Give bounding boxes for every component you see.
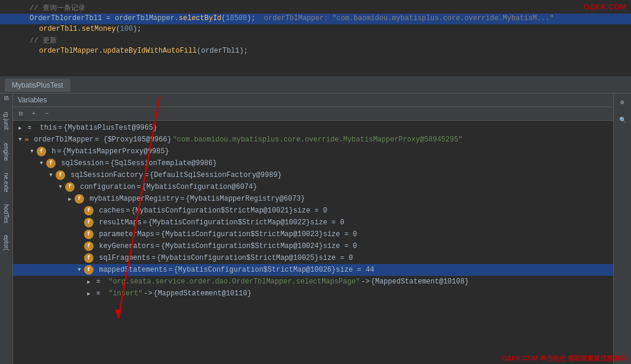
tree-row-configuration[interactable]: ▼ f configuration = {MybatisConfiguratio… bbox=[13, 181, 613, 193]
tree-row-mybatismapperregistry[interactable]: ▶ f mybatisMapperRegistry = {MybatisMapp… bbox=[13, 193, 613, 205]
code-token: (orderTbl1); bbox=[197, 47, 247, 55]
inspect-icon[interactable]: 🔍 bbox=[616, 114, 629, 127]
tree-row-resultmaps[interactable]: f resultMaps = {MybatisConfiguration$Str… bbox=[13, 217, 613, 228]
var-equals: = bbox=[168, 266, 172, 274]
add-watch-btn[interactable]: + bbox=[28, 108, 39, 119]
var-icon-f: f bbox=[65, 182, 75, 192]
var-name: orderTblMapper bbox=[30, 136, 94, 144]
var-equals: = bbox=[152, 254, 156, 262]
code-line-2[interactable]: OrderTbl orderTbl1 = orderTblMapper. sel… bbox=[0, 14, 631, 24]
code-line-3: orderTbl1. setMoney ( 100 ); bbox=[0, 24, 631, 35]
tree-row-caches[interactable]: f caches = {MybatisConfiguration$StrictM… bbox=[13, 205, 613, 217]
var-icon-f: f bbox=[37, 147, 46, 156]
tab-bar: MybatisPlusTest bbox=[0, 77, 631, 94]
tree-area[interactable]: ▶ = this = {MybatisPlusTest@9965} ▼ ∞ or… bbox=[13, 121, 613, 364]
expand-arrow[interactable]: ▼ bbox=[37, 159, 46, 168]
var-icon-f: f bbox=[56, 170, 65, 180]
var-name: h bbox=[47, 147, 56, 156]
code-token: ( bbox=[116, 25, 120, 33]
var-value: {DefaultSqlSessionFactory@9989} bbox=[150, 171, 282, 179]
var-name: "org.seata.service.order.dao.OrderTblMap… bbox=[104, 278, 360, 286]
tree-row-keygenerators[interactable]: f keyGenerators = {MybatisConfiguration$… bbox=[13, 240, 613, 252]
var-value: {MappedStatement@10108} bbox=[371, 278, 469, 286]
code-token: updateByIdWithAutoFill bbox=[103, 47, 197, 55]
var-icon-eq: = bbox=[94, 277, 103, 286]
expand-arrow[interactable]: ▶ bbox=[84, 277, 94, 286]
var-equals: = {$Proxy105@9966} bbox=[95, 136, 172, 144]
no-expand bbox=[75, 206, 84, 215]
expand-arrow[interactable]: ▶ bbox=[15, 123, 25, 133]
var-value: {MybatisConfiguration@6074} bbox=[142, 183, 257, 191]
code-token: orderTbl1. bbox=[39, 25, 82, 33]
tree-row-mappedstatements[interactable]: ▼ f mappedStatements = {MybatisConfigura… bbox=[13, 264, 613, 276]
var-size: size = 44 bbox=[336, 266, 374, 274]
var-icon-f: f bbox=[84, 206, 94, 215]
tree-row-ordertblmapper[interactable]: ▼ ∞ orderTblMapper = {$Proxy105@9966} "c… bbox=[13, 134, 613, 146]
tree-row-this[interactable]: ▶ = this = {MybatisPlusTest@9965} bbox=[13, 122, 613, 134]
var-value: {MybatisConfiguration$StrictMap@10022} bbox=[148, 218, 310, 227]
side-label-1: til bbox=[3, 96, 9, 100]
side-label-6: eptor( bbox=[3, 235, 9, 250]
expand-arrow[interactable]: ▶ bbox=[65, 194, 75, 204]
var-name: mybatisMapperRegistry bbox=[85, 195, 179, 203]
settings-icon[interactable]: ⚙ bbox=[616, 96, 629, 109]
var-equals: = bbox=[137, 183, 141, 191]
var-size: size = 0 bbox=[293, 207, 327, 215]
right-sidebar: ⚙ 🔍 bbox=[613, 94, 631, 364]
code-line-4: // 更新 bbox=[0, 35, 631, 46]
code-token: 18508 bbox=[226, 14, 247, 22]
var-size: size = 0 bbox=[318, 254, 353, 262]
var-value: {MybatisConfiguration$StrictMap@10026} bbox=[174, 266, 336, 274]
var-name: configuration bbox=[76, 183, 136, 191]
var-name: caches bbox=[95, 207, 124, 215]
var-icon-oo: ∞ bbox=[25, 137, 28, 143]
tree-row-sqlsession[interactable]: ▼ f sqlSession = {SqlSessionTemplate@998… bbox=[13, 157, 613, 169]
var-equals: -> bbox=[361, 278, 369, 286]
var-icon-f: f bbox=[84, 241, 94, 251]
tree-row-h[interactable]: ▼ f h = {MybatisMapperProxy@9985} bbox=[13, 146, 613, 157]
expand-arrow[interactable]: ▼ bbox=[46, 170, 56, 180]
tree-row-sqlfragments[interactable]: f sqlFragments = {MybatisConfiguration$S… bbox=[13, 252, 613, 264]
minus-btn[interactable]: − bbox=[41, 108, 52, 119]
var-name: keyGenerators bbox=[95, 242, 154, 250]
code-token: selectById bbox=[179, 14, 221, 22]
tree-row-parametermaps[interactable]: f parameterMaps = {MybatisConfiguration$… bbox=[13, 228, 613, 240]
code-comment: // 查询一条记录 bbox=[30, 3, 85, 13]
variables-panel: til rg.junit .engine ne.exte hodTes epto… bbox=[0, 94, 631, 364]
var-value: {MybatisConfiguration$StrictMap@10025} bbox=[157, 254, 319, 262]
code-token: orderTbl1 = orderTblMapper. bbox=[64, 14, 179, 22]
code-line-1: // 查询一条记录 bbox=[0, 2, 631, 14]
expand-arrow[interactable]: ▼ bbox=[75, 265, 84, 275]
filter-icon[interactable]: ⊟ bbox=[15, 108, 26, 119]
no-expand bbox=[75, 241, 84, 251]
tree-row-insert[interactable]: ▶ = "insert" -> {MappedStatement@10110} bbox=[13, 288, 613, 299]
var-value: {MybatisMapperProxy@9985} bbox=[63, 147, 169, 156]
tree-row-selectmapspage[interactable]: ▶ = "org.seata.service.order.dao.OrderTb… bbox=[13, 276, 613, 288]
var-name: sqlFragments bbox=[95, 254, 150, 262]
var-size: size = 0 bbox=[323, 242, 358, 250]
tab-mybatisplustest[interactable]: MybatisPlusTest bbox=[5, 79, 70, 92]
code-comment: // 更新 bbox=[30, 36, 57, 46]
code-token: OrderTbl bbox=[30, 14, 64, 22]
code-area: OΔKK.COM // 查询一条记录 OrderTbl orderTbl1 = … bbox=[0, 0, 631, 77]
var-icon-f: f bbox=[84, 265, 94, 275]
expand-arrow[interactable]: ▼ bbox=[27, 147, 37, 156]
var-equals: = bbox=[125, 207, 130, 215]
expand-arrow[interactable]: ▼ bbox=[56, 182, 65, 192]
var-controls: ⊟ + − bbox=[13, 107, 613, 121]
var-value: {MybatisMapperRegistry@6073} bbox=[186, 195, 305, 203]
expand-arrow[interactable]: ▶ bbox=[84, 289, 94, 298]
left-panel-labels: til rg.junit .engine ne.exte hodTes epto… bbox=[0, 94, 13, 364]
expand-arrow[interactable]: ▼ bbox=[15, 135, 25, 144]
tree-row-sqlsessionfactory[interactable]: ▼ f sqlSessionFactory = {DefaultSqlSessi… bbox=[13, 169, 613, 181]
var-equals: = bbox=[58, 124, 62, 132]
code-token: ( bbox=[221, 14, 226, 22]
var-content: Variables ⊟ + − ▶ = this = {MybatisPlusT… bbox=[13, 94, 613, 364]
side-label-4: ne.exte bbox=[3, 173, 9, 192]
var-value: {MybatisPlusTest@9965} bbox=[63, 124, 157, 132]
side-label-5: hodTes bbox=[3, 204, 9, 223]
code-token: 100 bbox=[120, 25, 133, 33]
var-icon-eq: = bbox=[94, 289, 103, 298]
watermark-bottom: OΔKK.COM 单击此处 领取限量版优惠劵码 bbox=[502, 354, 626, 363]
code-token: orderTblMapper. bbox=[39, 47, 103, 55]
